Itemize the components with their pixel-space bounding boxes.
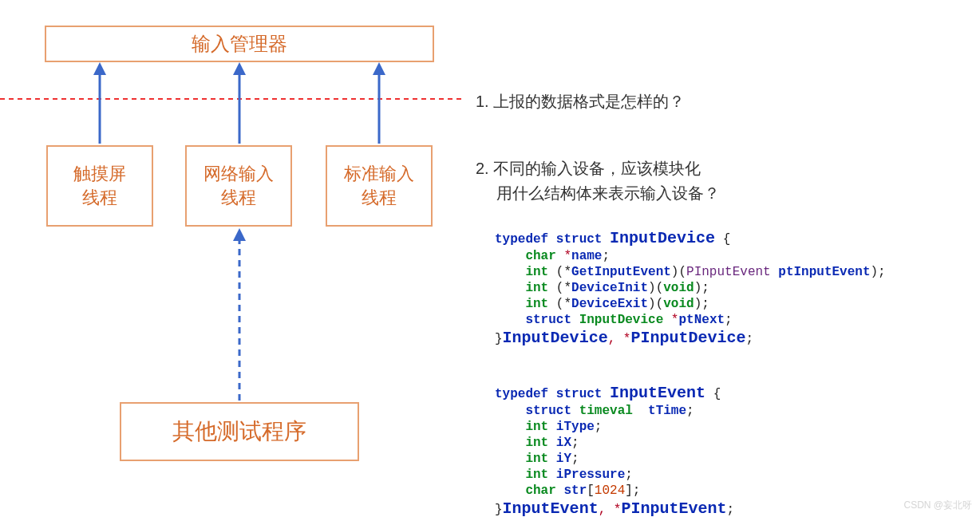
code-inputdevice: typedef struct InputDevice { char *name;… bbox=[495, 212, 886, 348]
svg-marker-6 bbox=[373, 62, 385, 75]
svg-marker-2 bbox=[93, 62, 106, 75]
svg-marker-8 bbox=[233, 228, 246, 241]
input-manager-label: 输入管理器 bbox=[192, 31, 287, 57]
watermark: CSDN @妄北呀 bbox=[903, 499, 972, 512]
input-manager-box: 输入管理器 bbox=[45, 26, 434, 62]
touch-thread-box: 触摸屏 线程 bbox=[46, 145, 153, 227]
std-thread-box: 标准输入 线程 bbox=[326, 145, 433, 227]
net-thread-box: 网络输入 线程 bbox=[185, 145, 292, 227]
svg-marker-4 bbox=[233, 62, 246, 75]
std-thread-label: 标准输入 线程 bbox=[344, 162, 414, 209]
question-1: 1. 上报的数据格式是怎样的？ bbox=[476, 89, 685, 114]
net-thread-label: 网络输入 线程 bbox=[204, 162, 274, 209]
test-program-box: 其他测试程序 bbox=[120, 402, 359, 461]
code-inputevent: typedef struct InputEvent { struct timev… bbox=[495, 367, 734, 517]
touch-thread-label: 触摸屏 线程 bbox=[73, 162, 126, 209]
question-2: 2. 不同的输入设备，应该模块化 用什么结构体来表示输入设备？ bbox=[476, 156, 720, 206]
test-program-label: 其他测试程序 bbox=[172, 416, 306, 447]
